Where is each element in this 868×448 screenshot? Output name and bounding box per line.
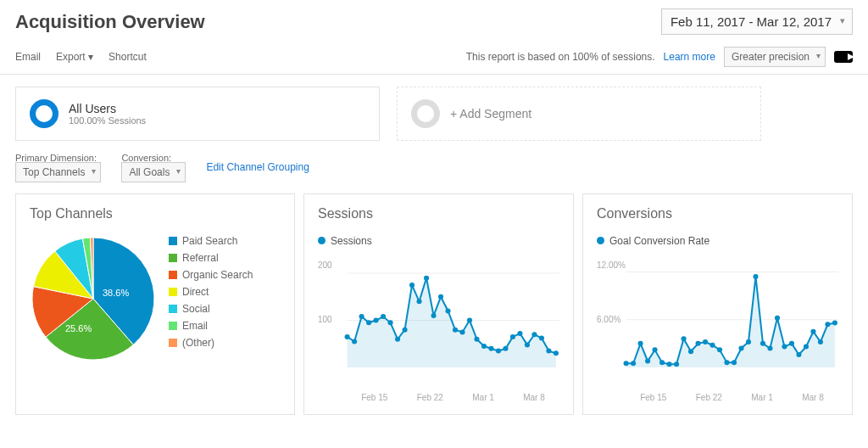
pie-chart: 38.6% 25.6% <box>30 235 157 362</box>
sampling-note: This report is based on 100% of sessions… <box>466 51 655 63</box>
svg-point-35 <box>631 361 636 366</box>
svg-point-9 <box>395 337 400 342</box>
svg-point-29 <box>539 336 544 341</box>
svg-point-5 <box>366 320 371 325</box>
svg-point-37 <box>645 358 650 363</box>
svg-point-43 <box>688 349 693 354</box>
svg-point-22 <box>488 346 493 351</box>
svg-point-2 <box>345 334 350 339</box>
x-ticks: Feb 15Feb 22Mar 1Mar 8 <box>597 393 838 402</box>
svg-point-19 <box>467 318 472 323</box>
svg-point-15 <box>438 294 443 300</box>
svg-point-16 <box>445 308 450 313</box>
page-title: Acquisition Overview <box>15 11 205 33</box>
svg-point-3 <box>352 339 357 344</box>
svg-point-4 <box>359 314 364 319</box>
svg-point-57 <box>789 341 794 346</box>
legend-item: (Other) <box>169 337 253 349</box>
svg-point-21 <box>481 344 487 349</box>
y-tick: 6.00% <box>597 315 620 324</box>
svg-point-53 <box>760 341 765 346</box>
legend-swatch-icon <box>169 322 177 330</box>
panel-sessions: Sessions Sessions 200 100 Feb 15Feb 22Ma… <box>303 193 574 415</box>
svg-point-10 <box>403 328 408 333</box>
y-tick: 100 <box>318 315 332 324</box>
svg-point-13 <box>424 276 429 281</box>
series-legend: Goal Conversion Rate <box>597 235 838 247</box>
svg-point-50 <box>738 345 743 350</box>
segment-sub: 100.00% Sessions <box>69 115 146 126</box>
donut-icon <box>411 99 440 128</box>
svg-point-46 <box>709 343 715 348</box>
svg-point-63 <box>832 320 837 325</box>
svg-point-23 <box>496 349 501 354</box>
legend-swatch-icon <box>169 339 177 347</box>
panel-title: Conversions <box>597 206 838 221</box>
email-link[interactable]: Email <box>15 51 41 63</box>
svg-point-40 <box>667 361 672 367</box>
legend-swatch-icon <box>169 254 177 262</box>
y-tick: 12.00% <box>597 260 626 270</box>
legend-dot-icon <box>318 237 326 244</box>
legend-item: Social <box>169 303 253 315</box>
legend-item: Organic Search <box>169 269 253 281</box>
pie-slice-label: 25.6% <box>65 323 92 333</box>
legend-item: Direct <box>169 286 253 298</box>
svg-point-28 <box>531 332 537 337</box>
add-segment[interactable]: + Add Segment <box>397 87 761 141</box>
svg-point-59 <box>804 344 809 350</box>
x-ticks: Feb 15Feb 22Mar 1Mar 8 <box>318 393 559 402</box>
svg-point-49 <box>732 360 737 365</box>
svg-point-27 <box>525 342 530 347</box>
svg-point-52 <box>753 274 758 279</box>
svg-point-34 <box>624 361 629 366</box>
y-tick: 200 <box>318 260 332 270</box>
svg-point-26 <box>517 331 522 336</box>
legend-item: Email <box>169 320 253 332</box>
svg-point-14 <box>431 313 436 318</box>
svg-point-17 <box>453 328 458 333</box>
edit-channel-grouping-link[interactable]: Edit Channel Grouping <box>206 161 309 178</box>
date-range-picker[interactable]: Feb 11, 2017 - Mar 12, 2017 <box>661 8 853 35</box>
svg-point-12 <box>416 299 421 304</box>
panel-top-channels: Top Channels 38.6% 25.6% Paid SearchRefe… <box>15 193 295 415</box>
legend-swatch-icon <box>169 288 177 296</box>
conversion-select[interactable]: All Goals <box>121 162 186 182</box>
svg-point-47 <box>717 347 722 352</box>
svg-point-60 <box>810 329 815 334</box>
svg-point-8 <box>388 320 393 325</box>
svg-point-25 <box>510 334 515 339</box>
svg-point-36 <box>638 341 643 346</box>
svg-point-24 <box>503 346 508 351</box>
svg-point-38 <box>653 347 658 352</box>
svg-point-48 <box>724 360 729 365</box>
add-segment-label: + Add Segment <box>450 107 531 120</box>
primary-dimension-select[interactable]: Top Channels <box>15 162 101 182</box>
svg-point-20 <box>474 337 479 342</box>
svg-point-56 <box>782 344 787 350</box>
learn-more-link[interactable]: Learn more <box>664 51 715 63</box>
donut-icon <box>30 99 58 128</box>
precision-select[interactable]: Greater precision <box>724 47 826 67</box>
svg-point-42 <box>682 336 687 341</box>
education-icon[interactable] <box>834 51 853 63</box>
svg-point-39 <box>659 360 665 365</box>
svg-point-51 <box>746 339 751 344</box>
pie-legend: Paid SearchReferralOrganic SearchDirectS… <box>169 235 253 362</box>
export-menu[interactable]: Export ▾ <box>56 51 93 63</box>
shortcut-link[interactable]: Shortcut <box>108 51 147 63</box>
svg-point-44 <box>695 341 700 346</box>
legend-dot-icon <box>597 237 604 244</box>
legend-swatch-icon <box>169 305 177 313</box>
pie-slice-label: 38.6% <box>103 288 129 298</box>
svg-point-6 <box>374 318 379 323</box>
svg-point-41 <box>674 361 679 367</box>
svg-point-7 <box>381 314 386 319</box>
svg-point-18 <box>459 329 465 334</box>
legend-item: Paid Search <box>169 235 253 247</box>
conversions-chart: 12.00% 6.00% <box>597 254 838 389</box>
sessions-chart: 200 100 <box>318 254 559 389</box>
panel-conversions: Conversions Goal Conversion Rate 12.00% … <box>582 193 853 415</box>
svg-point-30 <box>546 349 551 354</box>
segment-all-users[interactable]: All Users 100.00% Sessions <box>15 87 380 141</box>
